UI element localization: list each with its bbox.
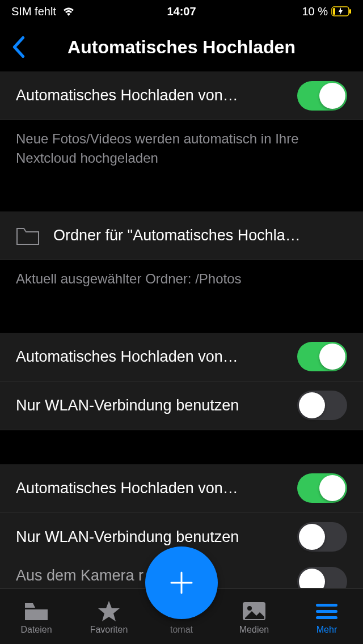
upload-folder-label: Ordner für "Automatisches Hochla… (53, 227, 347, 244)
page-title: Automatisches Hochladen (67, 37, 296, 58)
photos-wifi-only-label: Nur WLAN-Verbindung benutzen (16, 397, 297, 414)
upload-videos-toggle[interactable] (297, 473, 347, 503)
wifi-icon (62, 6, 75, 16)
tab-more-label: Mehr (316, 625, 337, 635)
svg-rect-1 (333, 8, 335, 15)
battery-charging-icon (331, 6, 352, 16)
section-spacer (0, 430, 363, 464)
image-icon (242, 600, 267, 622)
status-time: 14:07 (167, 5, 196, 18)
svg-rect-2 (349, 9, 351, 14)
status-left: SIM fehlt (11, 5, 75, 18)
upload-photos-label: Automatisches Hochladen von… (16, 348, 297, 366)
menu-icon (315, 600, 339, 622)
section-spacer (0, 183, 363, 211)
svg-point-5 (247, 606, 252, 611)
auto-upload-toggle-row[interactable]: Automatisches Hochladen von… (0, 71, 363, 120)
tab-favorites-label: Favoriten (90, 625, 128, 635)
plus-icon (166, 567, 197, 599)
upload-photos-toggle[interactable] (297, 342, 347, 371)
upload-videos-label: Automatisches Hochladen von… (16, 480, 297, 497)
carrier-text: SIM fehlt (11, 5, 56, 18)
settings-list: Automatisches Hochladen von… Neue Fotos/… (0, 71, 363, 596)
upload-folder-row[interactable]: Ordner für "Automatisches Hochla… (0, 211, 363, 260)
tab-media[interactable]: Medien (218, 600, 290, 635)
auto-upload-label: Automatisches Hochladen von… (16, 87, 297, 104)
status-bar: SIM fehlt 14:07 10 % (0, 0, 363, 23)
section-spacer (0, 304, 363, 333)
delete-from-camera-toggle[interactable] (297, 567, 347, 588)
nav-bar: Automatisches Hochladen (0, 23, 363, 71)
back-button[interactable] (7, 32, 31, 62)
status-right: 10 % (302, 5, 352, 18)
svg-rect-6 (316, 604, 337, 607)
upload-photos-toggle-row[interactable]: Automatisches Hochladen von… (0, 333, 363, 382)
auto-upload-toggle[interactable] (297, 81, 347, 111)
star-icon (97, 600, 121, 622)
tab-favorites[interactable]: Favoriten (73, 600, 145, 635)
upload-videos-toggle-row[interactable]: Automatisches Hochladen von… (0, 464, 363, 513)
videos-wifi-only-label: Nur WLAN-Verbindung benutzen (16, 528, 297, 546)
add-button[interactable] (145, 546, 218, 619)
folder-icon (24, 600, 49, 622)
battery-pct: 10 % (302, 5, 328, 18)
folder-icon (16, 226, 40, 245)
upload-folder-footer: Aktuell ausgewählter Ordner: /Photos (0, 260, 363, 304)
tab-media-label: Medien (239, 625, 269, 635)
svg-rect-8 (316, 616, 337, 619)
svg-rect-3 (25, 608, 48, 609)
videos-wifi-only-toggle[interactable] (297, 522, 347, 552)
tab-files-label: Dateien (20, 625, 52, 635)
tab-more[interactable]: Mehr (290, 600, 363, 635)
photos-wifi-only-row[interactable]: Nur WLAN-Verbindung benutzen (0, 382, 363, 430)
tab-files[interactable]: Dateien (0, 600, 73, 635)
photos-wifi-only-toggle[interactable] (297, 391, 347, 420)
tab-center-ghost-label: tomat (170, 625, 193, 635)
auto-upload-footer: Neue Fotos/Videos werden automatisch in … (0, 120, 363, 183)
svg-rect-7 (316, 610, 337, 613)
